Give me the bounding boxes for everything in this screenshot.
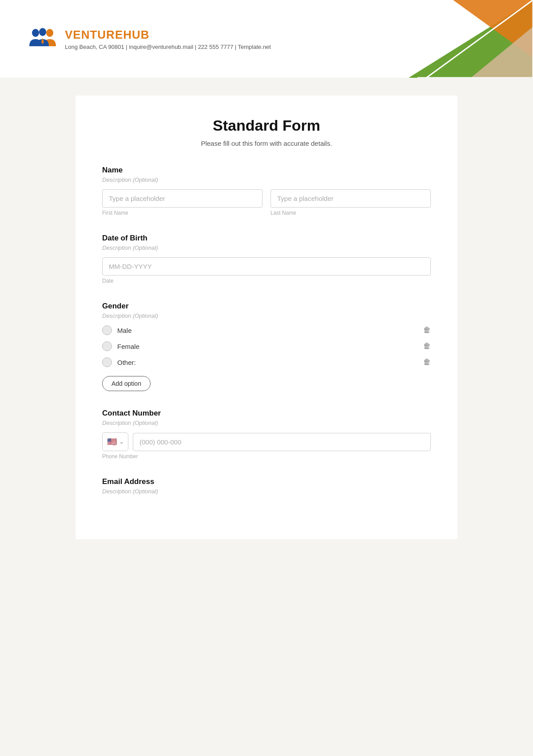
section-name-label: Name [102,166,431,175]
add-option-label: Add option [111,380,141,387]
section-dob-label: Date of Birth [102,234,431,243]
section-contact-label: Contact Number [102,409,431,418]
delete-female-icon[interactable]: 🗑 [423,342,431,351]
last-name-group: Last Name [270,189,431,216]
phone-row: 🇺🇸 ⌄ [102,432,431,451]
logo-area: VENTUREHUB Long Beach, CA 90801 | inquir… [27,23,271,55]
last-name-sublabel: Last Name [270,210,431,216]
country-selector[interactable]: 🇺🇸 ⌄ [102,432,128,451]
gender-option-male: Male 🗑 [102,325,431,335]
delete-other-icon[interactable]: 🗑 [423,358,431,367]
dob-input[interactable] [102,257,431,276]
section-gender-desc: Description (Optional) [102,312,431,319]
section-email-desc: Description (Optional) [102,488,431,495]
section-dob-desc: Description (Optional) [102,244,431,251]
radio-female-label: Female [117,343,139,350]
logo-text: VENTUREHUB Long Beach, CA 90801 | inquir… [65,28,271,50]
country-flag: 🇺🇸 [107,437,117,447]
section-gender-label: Gender [102,302,431,311]
company-name: VENTUREHUB [65,28,271,42]
radio-other-label: Other: [117,359,136,366]
company-address: Long Beach, CA 90801 | inquire@venturehu… [65,44,271,50]
section-contact: Contact Number Description (Optional) 🇺🇸… [102,409,431,460]
add-option-button[interactable]: Add option [102,376,151,391]
section-name-desc: Description (Optional) [102,176,431,183]
radio-male[interactable] [102,325,112,335]
name-input-row: First Name Last Name [102,189,431,216]
svg-point-1 [46,29,53,37]
section-email: Email Address Description (Optional) [102,477,431,495]
section-name: Name Description (Optional) First Name L… [102,166,431,216]
radio-male-label: Male [117,327,132,334]
gender-option-other: Other: 🗑 [102,357,431,367]
svg-point-2 [39,28,46,36]
first-name-input[interactable] [102,189,263,208]
gender-option-female: Female 🗑 [102,341,431,351]
logo-icon [27,23,59,55]
phone-input[interactable] [133,433,431,451]
form-title: Standard Form [102,117,431,134]
header-decoration [382,0,533,78]
form-container: Standard Form Please fill out this form … [76,96,457,539]
first-name-group: First Name [102,189,263,216]
dob-sublabel: Date [102,278,431,284]
first-name-sublabel: First Name [102,210,263,216]
phone-sublabel: Phone Number [102,453,431,460]
section-email-label: Email Address [102,477,431,486]
radio-other[interactable] [102,357,112,367]
svg-point-0 [32,29,39,37]
section-contact-desc: Description (Optional) [102,420,431,426]
delete-male-icon[interactable]: 🗑 [423,326,431,335]
section-gender: Gender Description (Optional) Male 🗑 Fem… [102,302,431,391]
page-body: Standard Form Please fill out this form … [0,78,533,566]
chevron-down-icon: ⌄ [119,439,123,445]
header: VENTUREHUB Long Beach, CA 90801 | inquir… [0,0,533,78]
radio-female[interactable] [102,341,112,351]
last-name-input[interactable] [270,189,431,208]
form-subtitle: Please fill out this form with accurate … [102,140,431,147]
section-dob: Date of Birth Description (Optional) Dat… [102,234,431,284]
